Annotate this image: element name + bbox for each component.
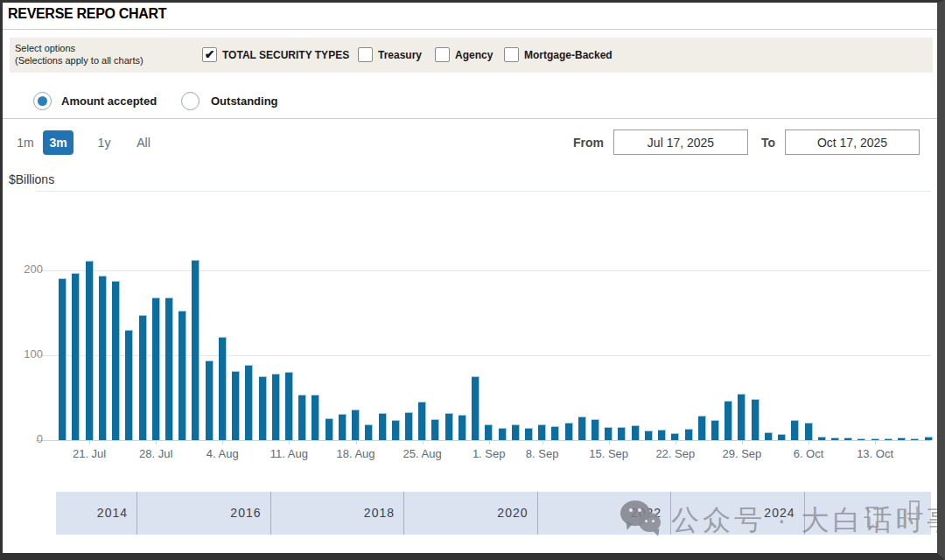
bar[interactable] — [791, 420, 799, 440]
chart-range-navigator[interactable]: 201420162018202020222024 — [56, 492, 931, 535]
bar[interactable] — [818, 437, 826, 440]
checkbox-label: Mortgage-Backed — [524, 49, 612, 61]
bar[interactable] — [125, 330, 133, 440]
bar[interactable] — [592, 419, 599, 440]
bar[interactable] — [925, 437, 933, 440]
bar[interactable] — [485, 424, 493, 440]
radio-amount-accepted[interactable] — [33, 92, 52, 110]
bar[interactable] — [165, 298, 173, 440]
range-preset-1y[interactable]: 1y — [94, 130, 115, 155]
bar[interactable] — [645, 430, 653, 440]
bar[interactable] — [778, 434, 786, 440]
bar[interactable] — [844, 438, 852, 440]
bar[interactable] — [86, 261, 94, 440]
bar[interactable] — [685, 429, 693, 440]
bar[interactable] — [206, 360, 214, 440]
radio-outstanding[interactable] — [181, 92, 200, 110]
checkbox-label: TOTAL SECURITY TYPES — [222, 49, 349, 61]
bar[interactable] — [139, 315, 147, 440]
bar[interactable] — [551, 426, 559, 441]
bar[interactable] — [59, 278, 66, 440]
bar[interactable] — [365, 424, 373, 440]
bar[interactable] — [232, 371, 240, 440]
bar[interactable] — [445, 413, 453, 440]
bar[interactable] — [112, 281, 120, 440]
bar[interactable] — [458, 415, 466, 440]
divider — [3, 29, 937, 30]
bar[interactable] — [805, 423, 813, 440]
bar[interactable] — [245, 365, 253, 440]
x-axis-tick-label: 18. Aug — [325, 447, 388, 460]
navigator-year-label: 2022 — [600, 492, 662, 535]
bar[interactable] — [632, 425, 640, 441]
bar[interactable] — [418, 402, 426, 440]
from-date-input[interactable] — [613, 130, 748, 155]
bar[interactable] — [738, 394, 746, 440]
navigator-divider — [403, 492, 404, 535]
x-axis-line — [36, 440, 931, 441]
to-date-input[interactable] — [785, 130, 920, 155]
bar[interactable] — [392, 420, 400, 440]
bar[interactable] — [885, 438, 892, 440]
bar[interactable] — [578, 416, 586, 440]
navigator-year-label: 2018 — [333, 492, 395, 535]
bar[interactable] — [472, 376, 480, 440]
bar[interactable] — [618, 427, 626, 440]
bar[interactable] — [178, 311, 186, 440]
bar[interactable] — [326, 418, 333, 440]
reverse-repo-chart-window: REVERSE REPO CHART Select options (Selec… — [0, 0, 945, 560]
bar[interactable] — [219, 337, 227, 440]
bar[interactable] — [898, 438, 906, 440]
bar[interactable] — [192, 260, 200, 440]
bar[interactable] — [272, 374, 280, 440]
x-axis-tick — [875, 440, 876, 444]
y-axis-tick-label: 0 — [8, 433, 43, 445]
bar[interactable] — [339, 414, 346, 440]
x-axis-tick-label: 13. Oct — [844, 447, 906, 460]
bar[interactable] — [711, 420, 719, 440]
bar[interactable] — [152, 298, 160, 440]
bar[interactable] — [911, 438, 919, 440]
bar[interactable] — [312, 395, 319, 440]
bar[interactable] — [259, 376, 267, 440]
bar[interactable] — [658, 430, 666, 440]
bar[interactable] — [379, 413, 387, 440]
divider — [3, 118, 937, 119]
checkbox-mortgage-backed[interactable] — [504, 47, 519, 62]
bar[interactable] — [431, 419, 439, 440]
x-axis-tick — [808, 440, 809, 444]
bar[interactable] — [285, 372, 293, 440]
bar[interactable] — [525, 428, 533, 440]
bar[interactable] — [724, 401, 732, 440]
bar[interactable] — [72, 273, 80, 440]
navigator-divider — [136, 492, 137, 535]
bar[interactable] — [605, 427, 612, 440]
bar[interactable] — [298, 395, 306, 440]
range-preset-all[interactable]: All — [131, 130, 156, 155]
bar[interactable] — [671, 433, 679, 440]
bar[interactable] — [698, 416, 706, 440]
bar[interactable] — [512, 424, 520, 440]
bar[interactable] — [858, 438, 865, 440]
x-axis-tick — [542, 440, 543, 444]
missing-glyph-box — [867, 507, 878, 528]
bar[interactable] — [499, 428, 507, 440]
bar[interactable] — [352, 410, 360, 440]
radio-label: Amount accepted — [61, 94, 157, 108]
range-preset-3m[interactable]: 3m — [43, 130, 74, 155]
x-axis-tick-label: 4. Aug — [191, 447, 254, 460]
checkbox-total-security-types[interactable]: ✔ — [202, 47, 217, 62]
bar[interactable] — [765, 432, 773, 440]
checkbox-agency[interactable] — [435, 47, 450, 62]
x-axis-tick — [609, 440, 610, 444]
x-axis-tick — [156, 440, 157, 444]
checkbox-treasury[interactable] — [358, 47, 373, 62]
bar[interactable] — [99, 276, 107, 440]
bar[interactable] — [565, 423, 573, 440]
bar[interactable] — [405, 412, 413, 440]
bar[interactable] — [752, 399, 760, 440]
navigator-divider — [270, 492, 271, 535]
bar[interactable] — [538, 424, 546, 440]
range-preset-1m[interactable]: 1m — [15, 130, 36, 155]
bar[interactable] — [831, 438, 839, 440]
